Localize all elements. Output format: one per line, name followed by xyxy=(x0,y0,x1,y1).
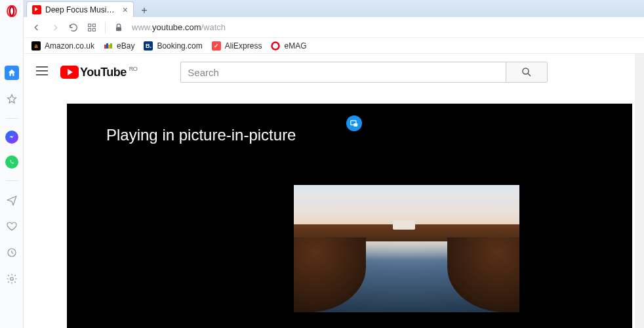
bookmark-favicon-icon xyxy=(271,41,280,51)
hamburger-menu-icon[interactable] xyxy=(34,63,50,81)
svg-rect-8 xyxy=(116,27,121,31)
svg-rect-5 xyxy=(92,24,95,26)
svg-rect-6 xyxy=(89,28,91,31)
bookmark-favicon-icon xyxy=(104,41,113,51)
send-icon[interactable] xyxy=(5,193,19,207)
tab-title: Deep Focus Music - 3 Hou xyxy=(45,5,117,14)
url-prefix: www. xyxy=(132,22,152,32)
lock-icon[interactable] xyxy=(113,22,124,33)
youtube-logo[interactable]: YouTube RO xyxy=(60,66,137,79)
svg-rect-11 xyxy=(108,45,110,49)
svg-point-1 xyxy=(9,7,13,16)
tab-active[interactable]: Deep Focus Music - 3 Hou × xyxy=(26,1,134,17)
bookmarks-bar: aAmazon.co.ukeBayB.Booking.com✓AliExpres… xyxy=(24,38,644,54)
svg-point-13 xyxy=(272,42,279,49)
url-domain: youtube.com xyxy=(152,22,201,32)
search-form xyxy=(180,62,548,83)
back-button[interactable] xyxy=(31,22,42,33)
bookmark-label: Booking.com xyxy=(157,41,202,51)
video-player[interactable]: Playing in picture-in-picture xyxy=(67,104,632,328)
svg-rect-4 xyxy=(89,24,91,26)
bookmark-favicon-icon: ✓ xyxy=(212,41,221,51)
page-scrollbar[interactable] xyxy=(635,54,644,328)
tab-close-button[interactable]: × xyxy=(121,5,129,14)
bookmark-label: eMAG xyxy=(284,41,306,51)
youtube-brand-text: YouTube xyxy=(80,66,127,79)
search-button[interactable] xyxy=(506,62,548,83)
youtube-region: RO xyxy=(129,66,138,72)
player-area: Playing in picture-in-picture xyxy=(24,91,644,328)
svg-rect-10 xyxy=(106,43,108,49)
youtube-play-icon xyxy=(60,66,79,79)
bookmark-item[interactable]: eBay xyxy=(104,41,134,51)
bookmark-item[interactable]: eMAG xyxy=(271,41,306,51)
url-field[interactable]: www.youtube.com/watch xyxy=(132,22,226,32)
whatsapp-icon[interactable] xyxy=(5,155,18,169)
opera-sidebar xyxy=(0,0,24,328)
speed-dial-grid-icon[interactable] xyxy=(87,22,97,33)
settings-gear-icon[interactable] xyxy=(5,272,19,286)
bookmark-favicon-icon: B. xyxy=(144,41,153,51)
bookmark-star-icon[interactable] xyxy=(5,92,19,106)
address-bar: www.youtube.com/watch xyxy=(24,17,644,38)
messenger-icon[interactable] xyxy=(5,131,18,144)
svg-point-3 xyxy=(10,277,13,281)
svg-rect-16 xyxy=(353,123,357,127)
search-input[interactable] xyxy=(180,62,506,83)
video-thumbnail xyxy=(294,185,519,312)
sidebar-separator xyxy=(6,118,18,119)
svg-rect-7 xyxy=(92,28,95,31)
youtube-header: YouTube RO xyxy=(24,54,644,91)
reload-button[interactable] xyxy=(68,22,79,33)
youtube-favicon-icon xyxy=(32,5,41,14)
bookmark-favicon-icon: a xyxy=(31,41,41,51)
page-content: YouTube RO Playing in picture-in-picture xyxy=(24,54,644,328)
bookmark-item[interactable]: B.Booking.com xyxy=(144,41,202,51)
svg-point-14 xyxy=(523,68,529,74)
new-tab-button[interactable]: + xyxy=(136,4,152,17)
svg-rect-9 xyxy=(104,45,106,49)
history-icon[interactable] xyxy=(5,245,19,260)
bookmark-label: eBay xyxy=(117,41,134,51)
svg-rect-12 xyxy=(110,43,112,49)
bookmark-item[interactable]: aAmazon.co.uk xyxy=(31,41,94,51)
url-path: /watch xyxy=(201,22,226,32)
pip-badge-icon[interactable] xyxy=(346,115,362,131)
pip-message: Playing in picture-in-picture xyxy=(106,126,296,144)
opera-logo-icon[interactable] xyxy=(5,4,19,18)
search-icon xyxy=(521,66,533,78)
bookmark-label: AliExpress xyxy=(225,41,262,51)
sidebar-separator xyxy=(6,180,18,181)
addr-divider xyxy=(105,22,106,33)
speed-dial-icon[interactable] xyxy=(5,66,19,80)
forward-button[interactable] xyxy=(50,22,60,33)
bookmark-item[interactable]: ✓AliExpress xyxy=(212,41,262,51)
heart-icon[interactable] xyxy=(5,219,19,234)
bookmark-label: Amazon.co.uk xyxy=(45,41,94,51)
tab-strip: Deep Focus Music - 3 Hou × + xyxy=(24,0,644,17)
